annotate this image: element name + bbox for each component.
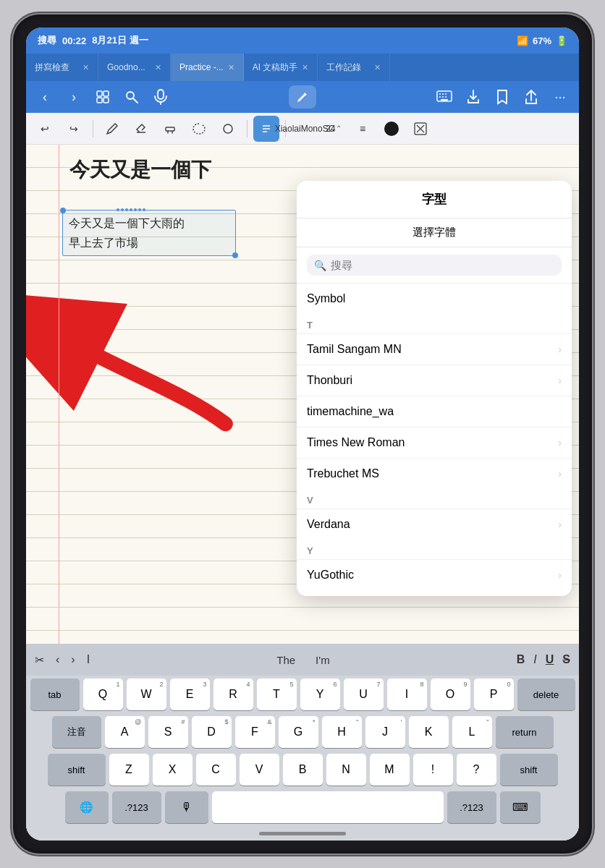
selection-handle-tl[interactable]	[60, 208, 66, 213]
key-u[interactable]: U7	[344, 678, 384, 710]
space-key[interactable]	[212, 791, 444, 823]
key-s[interactable]: S#	[148, 716, 188, 748]
tab-spelling-close[interactable]: ✕	[82, 63, 89, 72]
key-exclaim[interactable]: !	[413, 754, 453, 786]
keyboard-toggle-button[interactable]	[433, 85, 456, 109]
note-area[interactable]: 今天又是一個下 今天又是一個下大雨的早上去了市場	[26, 145, 579, 644]
key-b[interactable]: B	[283, 754, 323, 786]
undo-button[interactable]: ↩	[32, 116, 58, 142]
key-e[interactable]: E3	[170, 678, 210, 710]
svg-line-5	[133, 98, 138, 103]
tab-key[interactable]: tab	[30, 678, 80, 710]
font-name-button[interactable]: XiaolaiMonoSC	[292, 116, 318, 142]
tab-ai-close[interactable]: ✕	[302, 63, 308, 72]
key-j[interactable]: J'	[365, 716, 405, 748]
key-c[interactable]: C	[196, 754, 236, 786]
num-left-key[interactable]: .?123	[112, 791, 161, 823]
forward-button[interactable]: ›	[62, 85, 85, 109]
key-r[interactable]: R4	[213, 678, 253, 710]
tabs-button[interactable]	[91, 85, 114, 109]
key-d[interactable]: D$	[192, 716, 232, 748]
key-x[interactable]: X	[153, 754, 192, 786]
tab-work-close[interactable]: ✕	[374, 63, 381, 72]
bold-button[interactable]: B	[517, 653, 525, 666]
pencil-mode-button[interactable]	[289, 85, 316, 109]
tab-spelling[interactable]: 拼寫檢查 ✕	[26, 54, 98, 81]
mic-button[interactable]	[149, 85, 172, 109]
share-button[interactable]	[520, 85, 543, 109]
key-k[interactable]: K	[409, 716, 449, 748]
key-t[interactable]: T5	[257, 678, 297, 710]
key-w[interactable]: W2	[127, 678, 166, 710]
key-q[interactable]: Q1	[83, 678, 123, 710]
tab-goodno-close[interactable]: ✕	[155, 63, 161, 72]
key-p[interactable]: P0	[474, 678, 514, 710]
lasso-button[interactable]	[186, 116, 212, 142]
font-item-verdana[interactable]: Verdana ›	[297, 509, 572, 540]
quickbar-forward-button[interactable]: ›	[71, 653, 75, 666]
delete-key[interactable]: delete	[517, 678, 575, 710]
shapes-button[interactable]	[215, 116, 241, 142]
word-the[interactable]: The	[274, 654, 298, 666]
toolbar-center	[178, 85, 427, 109]
download-button[interactable]	[462, 85, 485, 109]
tab-practice[interactable]: Practice -... ✕	[171, 54, 244, 81]
key-h[interactable]: H"	[322, 716, 362, 748]
selected-text: 今天又是一個下大雨的早上去了市場	[69, 213, 229, 252]
tab-practice-close[interactable]: ✕	[228, 63, 234, 72]
keyboard-row-2: 注音 A@ S# D$ F& G* H" J' K L" return	[29, 716, 576, 748]
underline-button[interactable]: U	[546, 653, 554, 666]
key-o[interactable]: O9	[431, 678, 470, 710]
shift-left-key[interactable]: shift	[48, 754, 106, 786]
redo-button[interactable]: ↪	[61, 116, 87, 142]
key-n[interactable]: N	[326, 754, 366, 786]
key-question[interactable]: ?	[457, 754, 496, 786]
zhuyin-key[interactable]: 注音	[52, 716, 101, 748]
more-button[interactable]: ···	[549, 85, 572, 109]
font-item-tamil[interactable]: Tamil Sangam MN ›	[297, 333, 572, 365]
color-dot-button[interactable]	[378, 116, 405, 142]
key-g[interactable]: G*	[279, 716, 318, 748]
font-item-timemachine[interactable]: timemachine_wa	[297, 396, 572, 427]
font-item-timesnewroman[interactable]: Times New Roman ›	[297, 427, 572, 458]
key-y[interactable]: Y6	[300, 678, 340, 710]
tab-goodno[interactable]: Goodno... ✕	[98, 54, 171, 81]
eraser-button[interactable]	[128, 116, 154, 142]
key-l[interactable]: L"	[452, 716, 492, 748]
key-z[interactable]: Z	[109, 754, 149, 786]
key-v[interactable]: V	[240, 754, 279, 786]
globe-key[interactable]: 🌐	[65, 791, 109, 823]
num-right-key[interactable]: .?123	[447, 791, 496, 823]
font-item-trebuchet[interactable]: Trebuchet MS ›	[297, 458, 572, 489]
font-size-button[interactable]: 24 ⌃	[321, 116, 347, 142]
status-right: 📶 67% 🔋	[517, 35, 567, 46]
quickbar-back-button[interactable]: ‹	[56, 653, 59, 666]
tab-ai[interactable]: AI 文稿助手 ✕	[244, 54, 318, 81]
align-button[interactable]: ≡	[350, 116, 376, 142]
tab-work[interactable]: 工作記錄 ✕	[318, 54, 390, 81]
highlighter-button[interactable]	[157, 116, 183, 142]
mic-key[interactable]: 🎙	[165, 791, 208, 823]
font-item-symbol[interactable]: Symbol	[297, 283, 572, 314]
key-m[interactable]: M	[370, 754, 410, 786]
key-f[interactable]: F&	[235, 716, 275, 748]
key-i[interactable]: I8	[387, 678, 427, 710]
keyboard-hide-key[interactable]: ⌨	[500, 791, 541, 823]
no-select-button[interactable]	[407, 116, 433, 142]
bookmark-button[interactable]	[491, 85, 514, 109]
font-item-yugothic[interactable]: YuGothic ›	[297, 559, 572, 590]
shift-right-key[interactable]: shift	[500, 754, 558, 786]
font-item-thonburi[interactable]: Thonburi ›	[297, 365, 572, 396]
italic-button[interactable]: I	[533, 653, 536, 666]
font-search-input[interactable]	[331, 259, 554, 271]
strikethrough-button[interactable]: S	[562, 653, 570, 666]
scissors-button[interactable]: ✂	[35, 653, 44, 667]
keyboard-area: ✂ ‹ › I The I'm B I U S	[26, 644, 579, 841]
return-key[interactable]: return	[496, 716, 554, 748]
key-a[interactable]: A@	[105, 716, 145, 748]
back-button[interactable]: ‹	[33, 85, 56, 109]
tab-goodno-label: Goodno...	[107, 62, 145, 72]
word-im[interactable]: I'm	[313, 654, 333, 666]
search-button[interactable]	[120, 85, 143, 109]
pen-tool-button[interactable]	[99, 116, 125, 142]
